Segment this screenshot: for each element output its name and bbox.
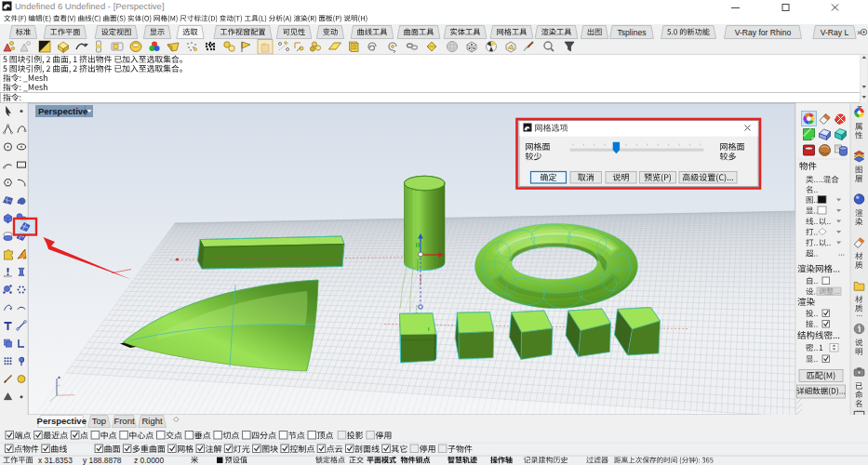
svg-text:V-Ray L: V-Ray L xyxy=(821,28,849,37)
svg-text:x 31.8353: x 31.8353 xyxy=(38,456,73,465)
svg-text:Perspective: Perspective xyxy=(38,106,87,116)
svg-text:Front: Front xyxy=(114,416,135,426)
svg-text:Right: Right xyxy=(141,416,163,426)
svg-text:z 0.0000: z 0.0000 xyxy=(134,456,164,465)
svg-text:y 188.8878: y 188.8878 xyxy=(83,456,122,465)
svg-text:V-Ray for Rhino: V-Ray for Rhino xyxy=(735,28,792,37)
svg-text:Top: Top xyxy=(92,416,106,426)
svg-text:Tsplines: Tsplines xyxy=(617,28,646,37)
svg-text:Perspective: Perspective xyxy=(37,416,87,426)
svg-text:Undefined 6 Undefined - [Persp: Undefined 6 Undefined - [Perspective] xyxy=(15,1,165,11)
